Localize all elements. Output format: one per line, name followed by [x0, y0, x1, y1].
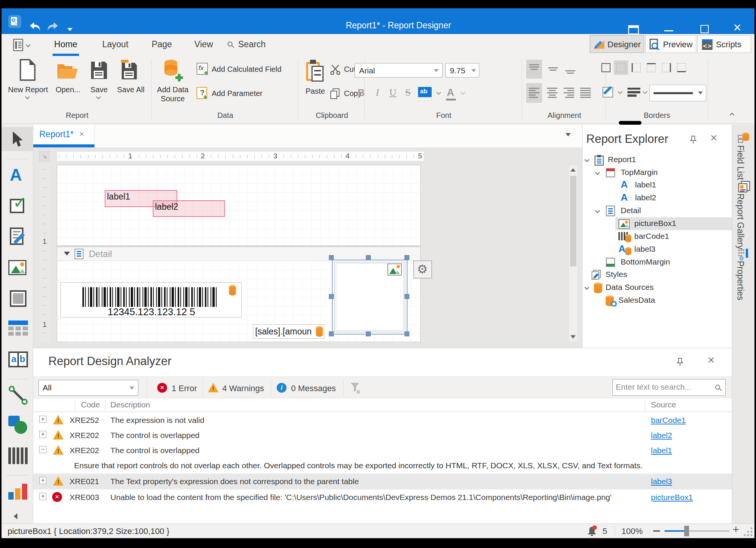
add-data-source-icon[interactable] [162, 59, 184, 82]
close-icon[interactable]: × [733, 20, 741, 36]
ribbon-collapse-icon[interactable] [730, 113, 734, 118]
analyzer-row[interactable]: − ! XRE202 The control is overlapped lab… [33, 443, 732, 458]
align-justify-button[interactable] [578, 83, 593, 103]
scripts-view-button[interactable]: <> Scripts [697, 35, 751, 53]
scroll-up-icon[interactable] [570, 168, 576, 172]
tree-item-detail[interactable]: Detail [582, 204, 732, 217]
border-box-button[interactable] [599, 60, 613, 75]
tool-shape[interactable] [2, 413, 33, 437]
chevron-down-icon[interactable] [595, 170, 600, 175]
source-link[interactable]: pictureBox1 [651, 493, 693, 502]
preview-view-button[interactable]: Preview [645, 35, 696, 53]
font-name-combo[interactable]: Arial [355, 63, 443, 77]
italic-button[interactable]: I [376, 87, 379, 98]
pin-icon[interactable] [676, 358, 684, 367]
tree-item-barcode1[interactable]: barCode1 [582, 230, 732, 243]
error-filter-button[interactable]: 1 Error [172, 384, 197, 393]
zoom-slider-thumb[interactable] [684, 526, 689, 536]
redo-icon[interactable] [47, 22, 59, 32]
align-top-button[interactable] [526, 60, 542, 79]
align-center-button[interactable] [544, 83, 560, 103]
source-link[interactable]: barCode1 [651, 416, 686, 425]
selection-handle[interactable] [366, 255, 371, 260]
tab-report-gallery[interactable]: Report Gallery [735, 194, 745, 249]
selection-handle[interactable] [329, 294, 334, 299]
source-link[interactable]: label1 [651, 446, 672, 455]
selection-handle[interactable] [329, 331, 334, 336]
font-size-combo[interactable]: 9.75 [445, 63, 479, 77]
border-bottom-button[interactable] [674, 60, 689, 75]
paste-button[interactable]: Paste [296, 87, 335, 96]
zoom-in-icon[interactable]: + [733, 523, 739, 536]
border-none-button[interactable] [614, 60, 628, 75]
analyzer-row[interactable]: + × XRE003 Unable to load the content fr… [33, 490, 732, 505]
ruler-origin-icon[interactable]: ↘ [39, 151, 50, 161]
line-style-combo[interactable] [649, 85, 706, 101]
file-menu-icon[interactable] [13, 39, 25, 51]
warning-filter-button[interactable]: 4 Warnings [222, 384, 264, 393]
new-report-button[interactable]: New Report [7, 85, 49, 94]
font-color-button[interactable]: A [447, 87, 454, 99]
collapse-icon[interactable]: − [39, 446, 46, 453]
document-tab[interactable]: Report1* × [33, 125, 94, 144]
font-name-caret-icon[interactable] [434, 69, 438, 72]
tree-item-label1[interactable]: A label1 [582, 179, 732, 192]
align-right-button[interactable] [561, 83, 577, 103]
label2-control[interactable]: label2 [153, 200, 225, 217]
picturebox-control[interactable] [332, 260, 407, 334]
highlight-button[interactable]: ab [418, 87, 432, 97]
qat-dropdown-icon[interactable] [67, 28, 73, 31]
line-style-caret-icon[interactable] [698, 91, 703, 94]
add-parameter-button[interactable]: Add Parameter [212, 89, 263, 98]
selection-handle[interactable] [404, 294, 409, 299]
filter-caret-icon[interactable] [130, 387, 134, 390]
analyzer-row[interactable]: + ! XRE252 The expression is not valid b… [33, 413, 732, 428]
expand-icon[interactable]: + [39, 477, 46, 484]
strikeout-button[interactable]: S [405, 87, 411, 98]
save-all-icon[interactable] [119, 60, 139, 80]
scroll-down-icon[interactable] [570, 335, 576, 339]
align-bottom-button[interactable] [562, 60, 578, 79]
undo-icon[interactable] [29, 22, 41, 32]
add-data-source-button[interactable]: Add Data [156, 85, 190, 94]
open-button[interactable]: Open... [54, 85, 82, 94]
bell-icon[interactable] [587, 525, 598, 537]
selection-handle[interactable] [404, 255, 409, 260]
save-button[interactable]: Save [87, 85, 111, 94]
align-middle-button[interactable] [545, 60, 561, 79]
border-width-icon[interactable] [627, 88, 640, 97]
column-code[interactable]: Code [81, 400, 100, 409]
new-report-icon[interactable] [19, 59, 36, 81]
tree-item-picturebox1[interactable]: pictureBox1 [582, 217, 732, 230]
font-size-caret-icon[interactable] [471, 69, 476, 72]
new-report-caret-icon[interactable] [25, 94, 30, 99]
source-link[interactable]: label2 [651, 431, 672, 440]
analyzer-search-box[interactable] [612, 379, 726, 396]
tab-properties[interactable]: Properties [735, 261, 745, 300]
tool-character-comb[interactable]: a b [2, 348, 33, 373]
clear-filter-icon[interactable] [350, 382, 361, 394]
analyzer-row[interactable]: + ! XRE202 The control is overlapped lab… [33, 428, 732, 443]
pin-icon[interactable] [689, 135, 697, 144]
tab-layout[interactable]: Layout [99, 39, 132, 50]
design-vscrollbar[interactable] [569, 165, 578, 342]
tool-chart[interactable] [2, 480, 33, 504]
save-icon[interactable] [90, 60, 108, 80]
highlight-caret-icon[interactable] [436, 90, 441, 95]
tool-pointer[interactable] [2, 127, 33, 151]
border-top-button[interactable] [644, 60, 658, 75]
tree-item-label2[interactable]: A label2 [582, 192, 732, 204]
zoom-out-icon[interactable] [653, 530, 660, 532]
save-caret-icon[interactable] [96, 94, 101, 99]
cut-button[interactable]: Cut [344, 65, 356, 74]
tree-item-styles[interactable]: Styles [582, 268, 732, 281]
maximize-icon[interactable] [700, 25, 709, 33]
severity-filter-combo[interactable]: All [39, 380, 138, 396]
open-icon[interactable] [57, 61, 79, 80]
band-collapse-icon[interactable] [64, 252, 70, 255]
smart-tag-button[interactable]: ⚙ [413, 260, 432, 279]
tool-richtext[interactable] [2, 225, 33, 249]
tool-barcode[interactable] [2, 444, 33, 469]
selection-handle[interactable] [366, 331, 371, 336]
tree-item-topmargin[interactable]: TopMargin [582, 166, 732, 179]
